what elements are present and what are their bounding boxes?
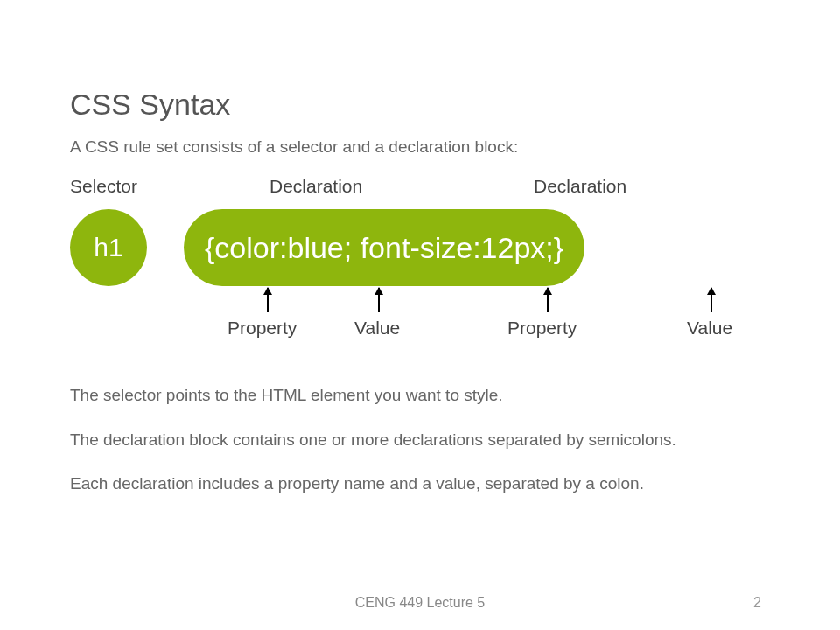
arrow-icon: [547, 288, 549, 312]
label-selector: Selector: [70, 176, 137, 197]
paragraph-3: Each declaration includes a property nam…: [70, 472, 805, 496]
slide: CSS Syntax A CSS rule set consists of a …: [70, 88, 805, 517]
label-value-2: Value: [687, 318, 732, 339]
label-value-1: Value: [354, 318, 400, 339]
paragraph-1: The selector points to the HTML element …: [70, 384, 805, 408]
intro-text: A CSS rule set consists of a selector an…: [70, 137, 805, 157]
label-property-2: Property: [508, 318, 577, 339]
arrow-icon: [267, 288, 269, 312]
label-declaration-2: Declaration: [534, 176, 626, 197]
selector-bubble: h1: [70, 209, 147, 286]
label-declaration-1: Declaration: [270, 176, 362, 197]
css-syntax-diagram: Selector Declaration Declaration h1 {col…: [70, 176, 796, 360]
paragraph-2: The declaration block contains one or mo…: [70, 429, 805, 452]
label-property-1: Property: [228, 318, 297, 339]
footer-text: CENG 449 Lecture 5: [0, 595, 840, 611]
page-number: 2: [753, 595, 761, 611]
arrow-icon: [378, 288, 380, 312]
declaration-pill: {color:blue; font-size:12px;}: [184, 209, 584, 286]
page-title: CSS Syntax: [70, 88, 805, 122]
arrow-icon: [710, 288, 712, 312]
